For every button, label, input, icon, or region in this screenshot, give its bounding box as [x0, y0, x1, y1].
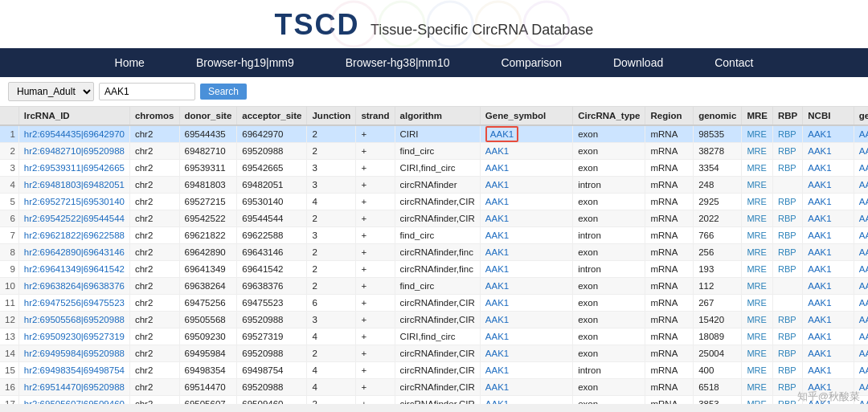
row-rbp: RBP: [772, 210, 802, 227]
row-ncbi: AAK1: [803, 143, 854, 160]
row-algo: circRNAfinder,finc: [395, 244, 480, 261]
row-rbp: RBP: [772, 244, 802, 261]
row-strand: +: [356, 328, 395, 345]
col-num: [0, 107, 18, 125]
row-id: hr2:69498354|69498754: [18, 362, 129, 379]
table-row: 12 hr2:69505568|69520988 chr2 69505568 6…: [0, 312, 868, 328]
row-chr: chr2: [129, 194, 179, 210]
col-gc: genecards: [854, 107, 868, 125]
row-algo: find_circ: [395, 227, 480, 244]
row-junction: 2: [307, 278, 356, 295]
row-algo: CIRI,find_circ: [395, 160, 480, 177]
row-genomic: 766: [694, 227, 742, 244]
row-num: 15: [0, 362, 18, 379]
row-rbp: RBP: [772, 362, 802, 379]
row-id: hr2:69527215|69530140: [18, 194, 129, 210]
row-id: hr2:69542522|69544544: [18, 210, 129, 227]
row-strand: +: [356, 345, 395, 362]
row-num: 10: [0, 278, 18, 295]
search-input[interactable]: [99, 83, 195, 100]
row-num: 2: [0, 143, 18, 160]
col-donor: donor_site: [179, 107, 237, 125]
row-rbp: RBP: [772, 227, 802, 244]
col-acceptor: acceptor_site: [237, 107, 307, 125]
gene-symbol-cell: AAK1: [480, 125, 572, 143]
nav-home[interactable]: Home: [89, 48, 170, 77]
row-strand: +: [356, 362, 395, 379]
nav-comparison[interactable]: Comparison: [475, 48, 587, 77]
row-num: 9: [0, 261, 18, 278]
gene-symbol-cell: AAK1: [480, 295, 572, 312]
row-strand: +: [356, 295, 395, 312]
row-acceptor: 69530140: [237, 194, 307, 210]
results-table: lrcRNA_ID chromos donor_site acceptor_si…: [0, 107, 868, 404]
row-genomic: 98535: [694, 125, 742, 143]
table-row: 17 hr2:69505607|69509460 chr2 69505607 6…: [0, 396, 868, 405]
row-junction: 2: [307, 396, 356, 405]
row-junction: 4: [307, 328, 356, 345]
row-strand: +: [356, 396, 395, 405]
row-acceptor: 69544544: [237, 210, 307, 227]
results-table-container: lrcRNA_ID chromos donor_site acceptor_si…: [0, 107, 868, 404]
row-gc: AAK1: [854, 160, 868, 177]
row-donor: 69475256: [179, 295, 237, 312]
row-genomic: 400: [694, 362, 742, 379]
row-gc: AAK1: [854, 194, 868, 210]
nav-contact[interactable]: Contact: [689, 48, 779, 77]
search-button[interactable]: Search: [200, 84, 247, 100]
row-id: hr2:69495984|69520988: [18, 345, 129, 362]
row-gc: AAK1: [854, 328, 868, 345]
row-acceptor: 69642970: [237, 125, 307, 143]
row-gc: AAK1: [854, 125, 868, 143]
row-type: intron: [573, 227, 645, 244]
gene-symbol-cell: AAK1: [480, 396, 572, 405]
table-row: 2 hr2:69482710|69520988 chr2 69482710 69…: [0, 143, 868, 160]
row-strand: +: [356, 177, 395, 194]
row-strand: +: [356, 210, 395, 227]
table-row: 16 hr2:69514470|69520988 chr2 69514470 6…: [0, 379, 868, 396]
row-gc: AAK1: [854, 177, 868, 194]
col-mre: MRE: [742, 107, 773, 125]
row-region: mRNA: [645, 227, 694, 244]
nav-download[interactable]: Download: [588, 48, 689, 77]
row-donor: 69481803: [179, 177, 237, 194]
row-type: exon: [573, 244, 645, 261]
row-num: 5: [0, 194, 18, 210]
nav-browser-hg38[interactable]: Browser-hg38|mm10: [320, 48, 476, 77]
row-ncbi: AAK1: [803, 328, 854, 345]
gene-symbol-cell: AAK1: [480, 160, 572, 177]
col-strand: strand: [356, 107, 395, 125]
svg-point-2: [428, 2, 473, 47]
table-row: 9 hr2:69641349|69641542 chr2 69641349 69…: [0, 261, 868, 278]
table-row: 11 hr2:69475256|69475523 chr2 69475256 6…: [0, 295, 868, 312]
row-algo: find_circ: [395, 278, 480, 295]
nav-browser-hg19[interactable]: Browser-hg19|mm9: [170, 48, 320, 77]
row-num: 3: [0, 160, 18, 177]
organism-select[interactable]: Human_Adult Human_Fetal Mouse_Adult: [8, 82, 94, 101]
row-strand: +: [356, 244, 395, 261]
row-id: hr2:69621822|69622588: [18, 227, 129, 244]
row-acceptor: 69482051: [237, 177, 307, 194]
row-genomic: 18089: [694, 328, 742, 345]
gene-symbol-cell: AAK1: [480, 244, 572, 261]
row-rbp: RBP: [772, 143, 802, 160]
row-algo: circRNAfinder,CIR: [395, 396, 480, 405]
watermark: 知乎@秋酸菜: [797, 390, 860, 404]
row-donor: 69482710: [179, 143, 237, 160]
row-genomic: 112: [694, 278, 742, 295]
row-type: exon: [573, 396, 645, 405]
row-ncbi: AAK1: [803, 160, 854, 177]
row-acceptor: 69520988: [237, 379, 307, 396]
row-donor: 69641349: [179, 261, 237, 278]
row-gc: AAK1: [854, 143, 868, 160]
row-ncbi: AAK1: [803, 345, 854, 362]
row-acceptor: 69475523: [237, 295, 307, 312]
row-num: 6: [0, 210, 18, 227]
col-algo: algorithm: [395, 107, 480, 125]
search-bar: Human_Adult Human_Fetal Mouse_Adult Sear…: [0, 77, 868, 107]
row-donor: 69542522: [179, 210, 237, 227]
row-junction: 4: [307, 379, 356, 396]
row-algo: CIRI: [395, 125, 480, 143]
logo-decoration: [273, 0, 595, 48]
row-mre: MRE: [742, 194, 773, 210]
